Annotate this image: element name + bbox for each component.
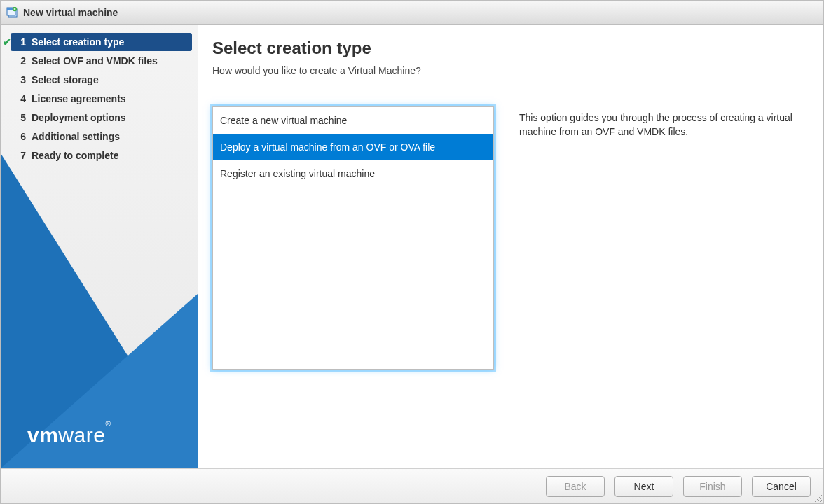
wizard-main: Select creation type How would you like … (198, 24, 823, 468)
titlebar: New virtual machine (1, 1, 823, 24)
step-label: Select OVF and VMDK files (32, 55, 158, 66)
step-number: 5 (18, 112, 26, 123)
check-icon: ✔ (2, 36, 12, 48)
creation-option-deploy-ovf[interactable]: Deploy a virtual machine from an OVF or … (213, 134, 493, 160)
next-button[interactable]: Next (614, 476, 673, 497)
step-label: Select creation type (32, 36, 124, 48)
sidebar-background-triangle (1, 132, 198, 468)
wizard-step-3[interactable]: ✔ 3 Select storage (11, 71, 192, 89)
wizard-sidebar: ✔ 1 Select creation type ✔ 2 Select OVF … (1, 24, 198, 468)
wizard-step-5[interactable]: ✔ 5 Deployment options (11, 108, 192, 127)
step-label: License agreements (32, 93, 126, 104)
creation-option-new-vm[interactable]: Create a new virtual machine (213, 107, 493, 134)
option-description: This option guides you through the proce… (519, 106, 805, 370)
creation-type-list[interactable]: Create a new virtual machine Deploy a vi… (212, 106, 494, 370)
page-heading: Select creation type (212, 38, 805, 58)
step-label: Deployment options (32, 112, 126, 123)
step-number: 2 (18, 55, 26, 66)
page-subheading: How would you like to create a Virtual M… (212, 65, 805, 85)
step-label: Select storage (32, 74, 99, 85)
vmware-logo: vmware® (27, 424, 111, 447)
wizard-body: ✔ 1 Select creation type ✔ 2 Select OVF … (1, 24, 823, 468)
step-number: 1 (18, 36, 26, 48)
finish-button[interactable]: Finish (683, 476, 742, 497)
step-number: 6 (18, 131, 26, 142)
wizard-step-2[interactable]: ✔ 2 Select OVF and VMDK files (11, 52, 192, 70)
wizard-step-6[interactable]: ✔ 6 Additional settings (11, 127, 192, 146)
wizard-step-4[interactable]: ✔ 4 License agreements (11, 90, 192, 108)
cancel-button[interactable]: Cancel (752, 476, 811, 497)
step-number: 3 (18, 74, 26, 85)
back-button[interactable]: Back (546, 476, 605, 497)
window-title: New virtual machine (23, 7, 118, 18)
step-number: 7 (18, 150, 26, 161)
step-label: Additional settings (32, 131, 120, 142)
creation-option-register-vm[interactable]: Register an existing virtual machine (213, 160, 493, 187)
wizard-step-7[interactable]: ✔ 7 Ready to complete (11, 146, 192, 164)
wizard-step-1[interactable]: ✔ 1 Select creation type (11, 33, 192, 51)
step-label: Ready to complete (32, 150, 118, 161)
step-number: 4 (18, 93, 26, 104)
svg-marker-4 (1, 153, 198, 468)
vm-wizard-icon (6, 7, 19, 18)
wizard-steps: ✔ 1 Select creation type ✔ 2 Select OVF … (1, 24, 198, 164)
content-row: Create a new virtual machine Deploy a vi… (212, 106, 805, 370)
wizard-window: New virtual machine ✔ 1 Select creation … (0, 0, 824, 504)
wizard-footer: Back Next Finish Cancel (1, 468, 823, 503)
